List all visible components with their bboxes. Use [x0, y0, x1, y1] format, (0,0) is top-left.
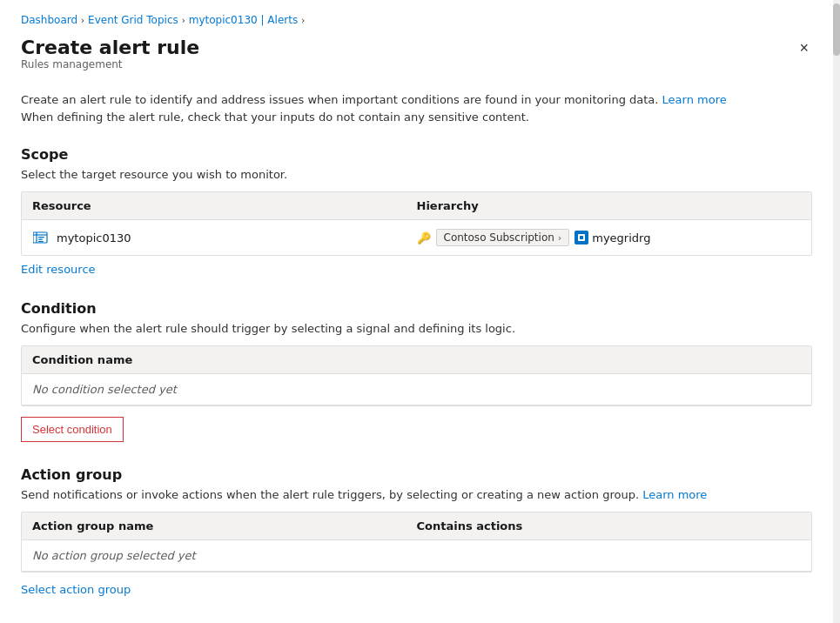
info-box: Create an alert rule to identify and add… [21, 91, 812, 125]
breadcrumb-event-grid[interactable]: Event Grid Topics [88, 14, 178, 26]
select-action-group-link[interactable]: Select action group [21, 583, 131, 596]
action-group-no-data: No action group selected yet [22, 540, 811, 572]
title-area: Create alert rule Rules management [21, 37, 199, 88]
scope-title: Scope [21, 146, 812, 163]
hierarchy-chevron: › [558, 232, 561, 244]
close-button[interactable]: × [796, 37, 812, 59]
condition-title: Condition [21, 300, 812, 317]
rg-icon-box [575, 231, 588, 245]
action-group-table: Action group name Contains actions No ac… [21, 512, 812, 573]
condition-table: Condition name No condition selected yet [21, 345, 812, 406]
breadcrumb: Dashboard › Event Grid Topics › mytopic0… [21, 14, 812, 26]
scope-table-header: Resource Hierarchy [22, 192, 811, 220]
learn-more-link-info[interactable]: Learn more [662, 93, 727, 106]
scope-resource-cell: mytopic0130 [32, 231, 417, 245]
resource-name: mytopic0130 [57, 231, 131, 245]
rg-area: myegridrg [575, 231, 650, 245]
breadcrumb-sep-1: › [81, 16, 84, 25]
svg-rect-7 [580, 236, 583, 239]
breadcrumb-alerts[interactable]: mytopic0130 | Alerts [189, 14, 298, 26]
page-title: Create alert rule [21, 37, 199, 58]
svg-rect-3 [38, 237, 44, 238]
action-group-section: Action group Send notifications or invok… [21, 466, 812, 596]
condition-col-name-header: Condition name [32, 353, 132, 366]
action-group-title: Action group [21, 466, 812, 483]
page-subtitle: Rules management [21, 58, 199, 70]
scope-desc: Select the target resource you wish to m… [21, 168, 812, 181]
scope-col-resource-header: Resource [32, 199, 417, 212]
main-content: Dashboard › Event Grid Topics › mytopic0… [0, 0, 833, 623]
condition-no-data: No condition selected yet [22, 374, 811, 405]
breadcrumb-sep-2: › [182, 16, 185, 25]
action-group-table-header: Action group name Contains actions [22, 512, 811, 540]
svg-rect-5 [38, 241, 44, 242]
condition-table-header: Condition name [22, 346, 811, 374]
info-line1: Create an alert rule to identify and add… [21, 91, 812, 109]
action-group-desc: Send notifications or invoke actions whe… [21, 488, 812, 501]
action-col-name-header: Action group name [32, 519, 417, 533]
scope-hierarchy-cell: 🔑 Contoso Subscription › myegridrg [417, 229, 802, 246]
learn-more-link-action[interactable]: Learn more [642, 488, 707, 501]
breadcrumb-dashboard[interactable]: Dashboard [21, 14, 77, 26]
svg-rect-4 [38, 239, 43, 240]
condition-section: Condition Configure when the alert rule … [21, 300, 812, 442]
subscription-badge: Contoso Subscription › [436, 229, 570, 246]
edit-resource-link[interactable]: Edit resource [21, 263, 96, 276]
page-header: Create alert rule Rules management × [21, 37, 812, 88]
key-icon: 🔑 [417, 231, 431, 245]
condition-desc: Configure when the alert rule should tri… [21, 322, 812, 335]
scope-section: Scope Select the target resource you wis… [21, 146, 812, 276]
rg-label: myegridrg [592, 231, 650, 245]
scrollbar-track[interactable] [833, 0, 840, 623]
breadcrumb-sep-3: › [301, 16, 305, 25]
scope-table: Resource Hierarchy my [21, 191, 812, 256]
scope-col-hierarchy-header: Hierarchy [417, 199, 802, 212]
scrollbar-thumb[interactable] [833, 3, 840, 56]
scope-table-row: mytopic0130 🔑 Contoso Subscription › mye… [22, 220, 811, 255]
info-line2: When defining the alert rule, check that… [21, 109, 812, 126]
select-condition-button[interactable]: Select condition [21, 417, 124, 442]
resource-icon [32, 231, 50, 245]
action-col-contains-header: Contains actions [417, 519, 802, 533]
